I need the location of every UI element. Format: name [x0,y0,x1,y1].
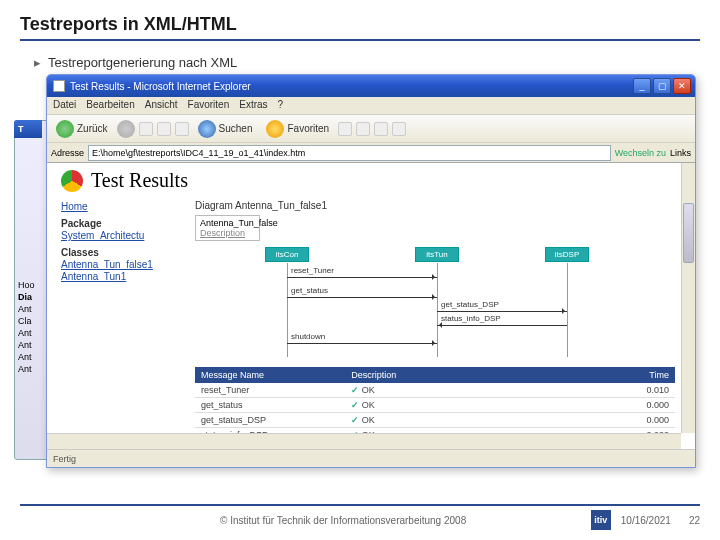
seq-arrow: reset_Tuner [287,277,437,278]
toolbar: Zurück Suchen Favoriten [47,115,695,143]
links-label[interactable]: Links [670,148,691,158]
search-icon [198,120,216,138]
check-icon: ✓ [351,415,359,425]
bg-label: Dia [18,292,35,302]
browser-content: Test Results Home Package System_Archite… [47,163,695,449]
go-button[interactable]: Wechseln zu [615,148,666,158]
diagram-pane: Diagram Antenna_Tun_false1 Antenna_Tun_f… [195,200,675,449]
lifeline: itsTun [415,247,459,262]
table-row: get_status✓ OK0.000 [195,398,675,413]
bg-label: Ant [18,364,35,374]
refresh-icon[interactable] [157,122,171,136]
star-icon [266,120,284,138]
background-title-text: T [18,124,24,134]
browser-titlebar[interactable]: Test Results - Microsoft Internet Explor… [47,75,695,97]
nav-package-heading: Package [61,218,177,229]
diagram-sub-box: Antenna_Tun_false Description [195,215,260,241]
footer-rule [20,504,700,506]
col-message: Message Name [195,367,345,383]
bg-label: Ant [18,304,35,314]
copyright-text: © Institut für Technik der Informationsv… [220,515,466,526]
bg-label: Ant [18,328,35,338]
diagram-label: Diagram Antenna_Tun_false1 [195,200,675,211]
bullet-text: Testreportgenerierung nach XML [20,55,700,70]
lifeline: itsCon [265,247,309,262]
minimize-button[interactable]: _ [633,78,651,94]
nav-package-link[interactable]: System_Architectu [61,230,177,241]
footer-logo: itiv [591,510,611,530]
bg-label: Cla [18,316,35,326]
seq-arrow: shutdown [287,343,437,344]
bg-label: Ant [18,340,35,350]
favorites-button[interactable]: Favoriten [261,118,334,140]
address-bar: Adresse Wechseln zu Links [47,143,695,163]
check-icon: ✓ [351,385,359,395]
nav-classes-heading: Classes [61,247,177,258]
menu-edit[interactable]: Bearbeiten [86,99,134,112]
page-number: 22 [689,515,700,526]
bg-label: Hoo [18,280,35,290]
title-rule [20,39,700,41]
scrollbar-thumb[interactable] [683,203,694,263]
back-button[interactable]: Zurück [51,118,113,140]
nav-class-link[interactable]: Antenna_Tun_false1 [61,259,177,270]
search-button[interactable]: Suchen [193,118,258,140]
menu-favorites[interactable]: Favoriten [188,99,230,112]
seq-arrow: get_status_DSP [437,311,567,312]
menu-view[interactable]: Ansicht [145,99,178,112]
menu-extras[interactable]: Extras [239,99,267,112]
menu-help[interactable]: ? [278,99,284,112]
slide-title: Testreports in XML/HTML [20,14,700,35]
horizontal-scrollbar[interactable] [47,433,681,449]
status-bar: Fertig [47,449,695,467]
seq-arrow: status_info_DSP [437,325,567,326]
status-text: Fertig [53,454,76,464]
maximize-button[interactable]: ▢ [653,78,671,94]
browser-window: Test Results - Microsoft Internet Explor… [46,74,696,468]
menu-file[interactable]: Datei [53,99,76,112]
back-icon [56,120,74,138]
page-logo-icon [61,170,83,192]
background-sidebar: Hoo Dia Ant Cla Ant Ant Ant Ant [18,280,35,376]
stop-icon[interactable] [139,122,153,136]
bg-label: Ant [18,352,35,362]
table-row: get_status_DSP✓ OK0.000 [195,413,675,428]
home-icon[interactable] [175,122,189,136]
menu-bar: Datei Bearbeiten Ansicht Favoriten Extra… [47,97,695,115]
lifeline: itsDSP [545,247,589,262]
address-input[interactable] [88,145,611,161]
nav-class-link[interactable]: Antenna_Tun1 [61,271,177,282]
window-title-text: Test Results - Microsoft Internet Explor… [70,81,251,92]
col-desc: Description [345,367,609,383]
seq-arrow: get_status [287,297,437,298]
forward-icon[interactable] [117,120,135,138]
nav-sidebar: Home Package System_Architectu Classes A… [61,200,177,449]
mail-icon[interactable] [374,122,388,136]
close-button[interactable]: ✕ [673,78,691,94]
nav-home-link[interactable]: Home [61,201,177,212]
history-icon[interactable] [356,122,370,136]
table-row: reset_Tuner✓ OK0.010 [195,383,675,398]
address-label: Adresse [51,148,84,158]
sequence-diagram: itsCon itsTun itsDSP reset_Tuner get_sta… [195,247,675,359]
print-icon[interactable] [392,122,406,136]
document-icon [53,80,65,92]
footer-date: 10/16/2021 [621,515,671,526]
vertical-scrollbar[interactable] [681,163,695,433]
check-icon: ✓ [351,400,359,410]
slide-footer: © Institut für Technik der Informationsv… [20,504,700,530]
media-icon[interactable] [338,122,352,136]
col-time: Time [609,367,675,383]
page-title: Test Results [91,169,188,192]
